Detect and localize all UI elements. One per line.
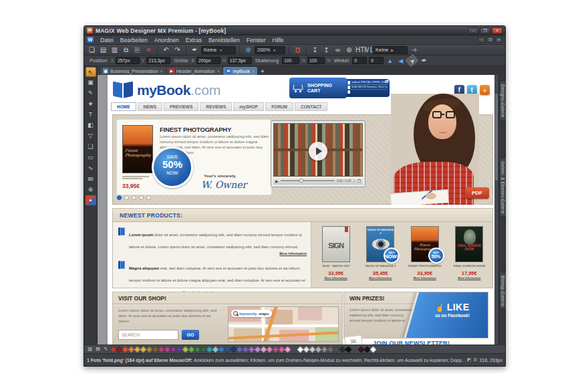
select-tool[interactable]: ↖ bbox=[86, 67, 96, 77]
fullscreen-icon[interactable]: ❐ bbox=[357, 179, 361, 183]
3d-tool[interactable]: 3D bbox=[86, 174, 96, 184]
menu-item[interactable]: Extras bbox=[182, 36, 205, 44]
design-canvas[interactable]: myBook .com myBook SPECIAL-OFFER „SUMMER… bbox=[98, 75, 496, 345]
search-input[interactable]: SEARCH bbox=[118, 330, 178, 340]
feather-icon[interactable]: ✒ bbox=[419, 56, 429, 65]
play-button[interactable] bbox=[309, 142, 327, 161]
volume-icon[interactable]: ♪ bbox=[353, 179, 355, 183]
freehand-tool[interactable]: ✎ bbox=[86, 88, 96, 98]
nav-tab[interactable]: HOME bbox=[111, 102, 136, 111]
scrollbar-thumb[interactable] bbox=[495, 94, 498, 181]
flip-horizontal-icon[interactable]: ▲ bbox=[386, 58, 394, 64]
doc-restore-button[interactable]: ❐ bbox=[486, 37, 494, 43]
minimize-button[interactable]: – bbox=[468, 27, 478, 34]
nav-tab[interactable]: REVIEWS bbox=[200, 102, 232, 111]
snap-indicator-icon[interactable]: ◩ bbox=[467, 357, 472, 363]
cart-item[interactable] bbox=[347, 90, 388, 94]
shopping-cart-banner[interactable]: myBook SPECIAL-OFFER „SUMMER“ BLACKBOOK-… bbox=[289, 78, 390, 98]
zoom-tool[interactable]: ⊕ bbox=[86, 185, 96, 195]
publish-arrow-icon[interactable]: ➜ bbox=[409, 45, 419, 54]
color-swatch[interactable] bbox=[345, 346, 352, 353]
copy-icon[interactable]: ⧉ bbox=[121, 45, 131, 54]
palette-options-icon[interactable]: ▤ bbox=[94, 346, 102, 353]
close-button[interactable]: ✕ bbox=[492, 27, 502, 34]
shear-field[interactable]: 0 bbox=[369, 57, 384, 64]
document-tab[interactable]: W myBook × bbox=[223, 67, 257, 75]
product-card[interactable]: FINAL HORROR SHOW FINAL HORROR SHOW 17,9… bbox=[449, 226, 490, 280]
video-player[interactable]: ▶ 0:00 / 0:00 ♪ ❐ bbox=[271, 120, 365, 187]
rectangle-tool[interactable]: ▭ bbox=[86, 153, 96, 163]
more-information-link[interactable]: More Information bbox=[129, 252, 307, 256]
shadow-tool[interactable]: ❏ bbox=[86, 142, 96, 152]
title-bar[interactable]: W MAGIX Web Designer MX Premium - [myBoo… bbox=[84, 26, 505, 35]
product-card[interactable]: TALES OF MAGISSA 2 SAVE NOW! TALES OF MA… bbox=[360, 226, 402, 280]
fill-tool[interactable]: ◧ bbox=[86, 120, 96, 130]
paste-icon[interactable]: ⎘ bbox=[132, 45, 142, 54]
zoom-level-dropdown[interactable]: 200% ▼ bbox=[255, 46, 285, 54]
menu-item[interactable]: Hilfe bbox=[269, 36, 287, 44]
snap-magnet-icon[interactable]: Ω bbox=[293, 45, 303, 54]
selector-mode-button[interactable]: ➤ bbox=[406, 54, 419, 68]
open-folder-icon[interactable]: ▤ bbox=[98, 45, 108, 54]
doc-minimize-button[interactable]: – bbox=[478, 37, 485, 43]
video-play-icon[interactable]: ▶ bbox=[275, 179, 279, 183]
scale-height-field[interactable]: 100 bbox=[307, 57, 325, 64]
menu-item[interactable]: Datei bbox=[97, 36, 117, 44]
save-badge[interactable]: SAVE 50% NOW! bbox=[152, 147, 193, 188]
tab-close-icon[interactable]: × bbox=[252, 69, 255, 74]
shop-map[interactable]: inyourcity.maps bbox=[228, 306, 339, 342]
no-color-icon[interactable]: ▨ bbox=[86, 346, 94, 353]
style-picker-icon[interactable]: ✒ bbox=[190, 45, 200, 54]
undo-icon[interactable]: ↶ bbox=[161, 45, 171, 54]
new-document-icon[interactable]: ❏ bbox=[87, 45, 97, 54]
shape-tool[interactable]: ★ bbox=[86, 99, 96, 109]
pagination-dot[interactable] bbox=[146, 195, 151, 200]
website-page[interactable]: myBook .com myBook SPECIAL-OFFER „SUMMER… bbox=[108, 75, 496, 345]
site-logo[interactable]: myBook .com bbox=[113, 79, 220, 97]
plugin-tool[interactable]: ∿ bbox=[86, 163, 96, 173]
nav-tab[interactable]: mySHOP bbox=[233, 102, 264, 111]
gallery-tab[interactable]: Designs-Galerie bbox=[499, 80, 506, 120]
maximize-button[interactable]: ❐ bbox=[480, 27, 490, 34]
product-card[interactable]: SIGN SIGN – WATCH OUT 33,95€ More Inform… bbox=[315, 226, 357, 280]
product-card[interactable]: Finest Photography SAVE 50% FINEST PHOTO… bbox=[404, 226, 446, 280]
html-export-icon[interactable]: HTML bbox=[355, 45, 365, 54]
menu-item[interactable]: Bereitstellen bbox=[205, 36, 243, 44]
export-selection-icon[interactable]: ↥ bbox=[321, 45, 331, 54]
delete-icon[interactable]: ✕ bbox=[144, 45, 154, 54]
text-tool[interactable]: T bbox=[86, 110, 96, 120]
more-information-link[interactable]: More Information bbox=[360, 276, 402, 280]
progress-knob[interactable] bbox=[299, 179, 303, 183]
more-information-link[interactable]: More Information bbox=[449, 276, 490, 280]
pagination-dot[interactable] bbox=[124, 195, 129, 200]
video-progress-bar[interactable] bbox=[281, 180, 335, 181]
save-icon[interactable]: ▥ bbox=[110, 45, 120, 54]
go-button[interactable]: GO bbox=[182, 330, 199, 340]
tab-close-icon[interactable]: × bbox=[217, 69, 220, 74]
browser-preview-icon[interactable]: ⊛ bbox=[344, 45, 354, 54]
angle-field[interactable]: 0 bbox=[352, 57, 367, 64]
color-swatch[interactable] bbox=[285, 346, 291, 353]
zoom-magnifier-icon[interactable]: ⊕ bbox=[243, 45, 253, 54]
style-dropdown[interactable]: Keine ▼ bbox=[201, 46, 236, 54]
size-width-field[interactable]: 200px bbox=[196, 57, 220, 64]
document-tab[interactable]: ▶ Header_Animation × bbox=[166, 67, 223, 75]
size-height-field[interactable]: 137,5px bbox=[228, 57, 252, 64]
pdf-button[interactable]: PDF bbox=[465, 187, 489, 199]
position-y-field[interactable]: 213,3px bbox=[146, 57, 170, 64]
menu-item[interactable]: Fenster bbox=[243, 36, 269, 44]
flip-vertical-icon[interactable]: ◀ bbox=[396, 58, 405, 64]
color-editor-icon[interactable]: ✎ bbox=[102, 346, 110, 353]
pagination-dot[interactable] bbox=[132, 195, 136, 200]
publish-target-dropdown[interactable]: Keine ▶ bbox=[373, 46, 408, 54]
grid-indicator-icon[interactable]: ⊞ bbox=[473, 357, 477, 363]
cart-button[interactable]: SHOPPINGCART bbox=[289, 78, 347, 98]
photo-tool[interactable]: ▣ bbox=[86, 78, 96, 88]
scale-width-field[interactable]: 100 bbox=[282, 57, 299, 64]
nav-tab[interactable]: NEWS bbox=[138, 102, 163, 111]
hero-book-cover[interactable]: Finest Photography bbox=[122, 125, 153, 173]
tab-close-icon[interactable]: × bbox=[160, 69, 163, 74]
document-tab[interactable]: ▦ Business_Presentation × bbox=[100, 67, 166, 75]
pagination-dot[interactable] bbox=[139, 195, 144, 200]
pagination-dot[interactable] bbox=[117, 195, 122, 200]
